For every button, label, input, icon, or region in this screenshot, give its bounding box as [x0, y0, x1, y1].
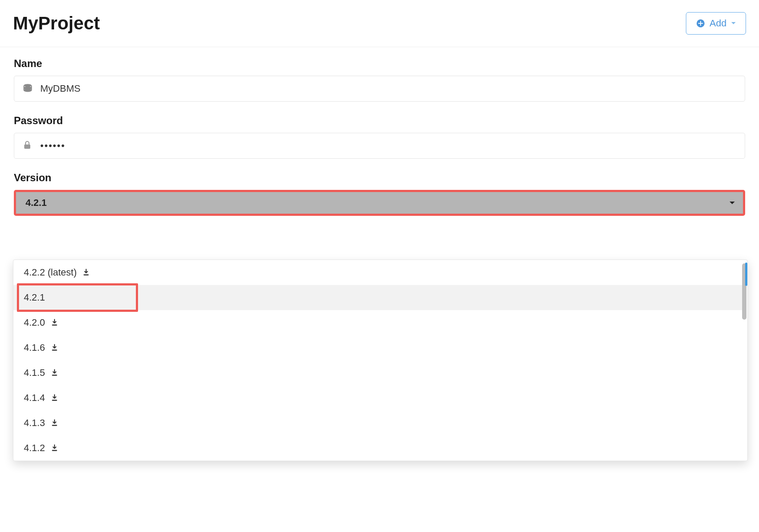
page-title: MyProject — [13, 13, 100, 34]
caret-down-icon — [731, 22, 736, 25]
lock-icon — [22, 140, 33, 151]
password-input[interactable] — [40, 140, 737, 151]
svg-rect-10 — [52, 349, 57, 351]
add-button-label: Add — [710, 18, 727, 29]
download-icon — [50, 394, 59, 402]
svg-rect-9 — [52, 324, 57, 326]
version-option[interactable]: 4.2.1 — [13, 285, 742, 310]
svg-point-6 — [24, 89, 31, 92]
name-input[interactable] — [40, 83, 737, 94]
version-option[interactable]: 4.1.3 — [13, 410, 742, 436]
chevron-down-icon — [729, 201, 735, 205]
version-option-label: 4.1.5 — [24, 367, 45, 378]
download-icon — [50, 419, 59, 427]
plus-circle-icon — [696, 19, 705, 28]
version-option-label: 4.2.2 (latest) — [24, 267, 77, 278]
version-option[interactable]: 4.1.5 — [13, 360, 742, 385]
version-option[interactable]: 4.1.6 — [13, 335, 742, 360]
version-option[interactable]: 4.1.4 — [13, 385, 742, 410]
add-button[interactable]: Add — [686, 12, 746, 35]
name-input-wrap — [14, 76, 745, 102]
scrollbar-accent — [745, 263, 747, 286]
version-option-label: 4.1.3 — [24, 417, 45, 429]
version-option[interactable]: 4.1.2 — [13, 436, 742, 461]
version-label: Version — [14, 172, 745, 184]
svg-rect-14 — [52, 450, 57, 451]
version-selected-value: 4.2.1 — [26, 197, 47, 208]
version-option-label: 4.1.4 — [24, 392, 45, 404]
download-icon — [50, 318, 59, 327]
version-select[interactable]: 4.2.1 — [16, 192, 743, 214]
version-option-label: 4.1.2 — [24, 442, 45, 454]
name-field-group: Name — [14, 58, 745, 102]
download-icon — [50, 444, 59, 452]
password-input-wrap — [14, 133, 745, 159]
password-label: Password — [14, 115, 745, 127]
version-select-highlight: 4.2.1 — [14, 190, 745, 216]
header: MyProject Add — [0, 0, 759, 47]
svg-rect-11 — [52, 375, 57, 376]
download-icon — [50, 369, 59, 377]
download-icon — [50, 343, 59, 352]
database-icon — [22, 83, 33, 94]
version-option-label: 4.1.6 — [24, 342, 45, 353]
version-field-group: Version 4.2.1 — [14, 172, 745, 216]
scrollbar[interactable] — [742, 262, 746, 459]
svg-rect-8 — [84, 274, 89, 276]
svg-rect-13 — [52, 425, 57, 426]
version-option[interactable]: 4.2.0 — [13, 310, 742, 335]
version-option-label: 4.2.0 — [24, 317, 45, 328]
svg-rect-7 — [24, 144, 30, 149]
password-field-group: Password — [14, 115, 745, 159]
version-option[interactable]: 4.2.2 (latest) — [13, 260, 742, 285]
svg-rect-12 — [52, 400, 57, 401]
name-label: Name — [14, 58, 745, 70]
version-option-label: 4.2.1 — [24, 292, 45, 303]
svg-rect-2 — [698, 23, 703, 24]
form-area: Name Password — [0, 47, 759, 231]
download-icon — [82, 268, 90, 277]
version-dropdown: 4.2.2 (latest)4.2.14.2.04.1.64.1.54.1.44… — [13, 260, 748, 461]
